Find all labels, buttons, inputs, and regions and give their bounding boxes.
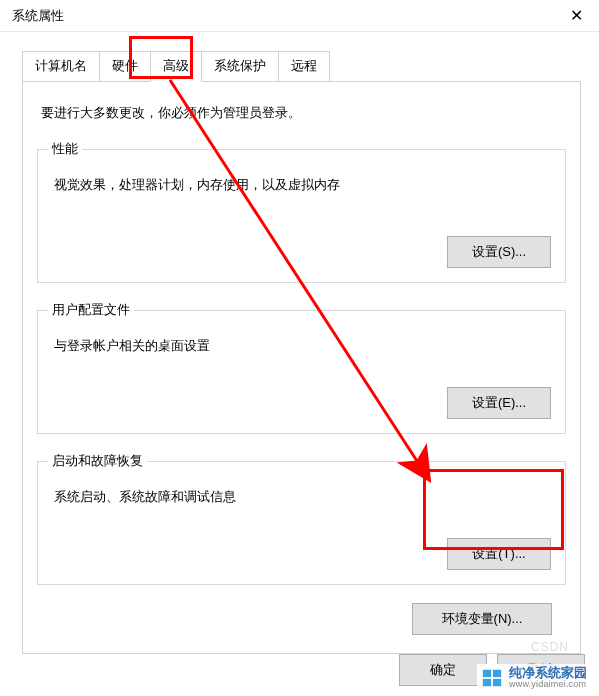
group-performance-legend: 性能: [48, 140, 82, 158]
environment-variables-button[interactable]: 环境变量(N)...: [412, 603, 552, 635]
tab-strip: 计算机名 硬件 高级 系统保护 远程: [22, 50, 581, 81]
group-performance-desc: 视觉效果，处理器计划，内存使用，以及虚拟内存: [54, 176, 551, 194]
admin-intro-text: 要进行大多数更改，你必须作为管理员登录。: [41, 104, 566, 122]
group-performance: 性能 视觉效果，处理器计划，内存使用，以及虚拟内存 设置(S)...: [37, 140, 566, 283]
watermark-logo-cn: 纯净系统家园: [509, 666, 587, 680]
watermark-csdn: CSDN: [531, 640, 569, 654]
group-user-profiles: 用户配置文件 与登录帐户相关的桌面设置 设置(E)...: [37, 301, 566, 434]
tab-computer-name[interactable]: 计算机名: [22, 51, 100, 82]
window-title: 系统属性: [12, 7, 64, 25]
profiles-settings-button[interactable]: 设置(E)...: [447, 387, 551, 419]
content-area: 计算机名 硬件 高级 系统保护 远程 要进行大多数更改，你必须作为管理员登录。 …: [0, 32, 599, 664]
tab-remote[interactable]: 远程: [278, 51, 330, 82]
logo-windows-icon: [481, 667, 503, 689]
svg-rect-2: [493, 670, 501, 677]
tab-advanced[interactable]: 高级: [150, 51, 202, 82]
group-user-profiles-desc: 与登录帐户相关的桌面设置: [54, 337, 551, 355]
performance-settings-button[interactable]: 设置(S)...: [447, 236, 551, 268]
svg-rect-4: [493, 679, 501, 686]
titlebar: 系统属性 ✕: [0, 0, 599, 32]
startup-settings-button[interactable]: 设置(T)...: [447, 538, 551, 570]
close-icon[interactable]: ✕: [561, 1, 591, 31]
watermark-logo: 纯净系统家园 www.yidaimei.com: [477, 664, 591, 692]
watermark-logo-en: www.yidaimei.com: [509, 680, 587, 690]
tab-panel-advanced: 要进行大多数更改，你必须作为管理员登录。 性能 视觉效果，处理器计划，内存使用，…: [22, 81, 581, 654]
svg-rect-1: [483, 670, 491, 677]
ok-button[interactable]: 确定: [399, 654, 487, 686]
tab-hardware[interactable]: 硬件: [99, 51, 151, 82]
group-startup-recovery: 启动和故障恢复 系统启动、系统故障和调试信息 设置(T)...: [37, 452, 566, 585]
group-startup-recovery-legend: 启动和故障恢复: [48, 452, 147, 470]
group-user-profiles-legend: 用户配置文件: [48, 301, 134, 319]
group-startup-recovery-desc: 系统启动、系统故障和调试信息: [54, 488, 551, 506]
tab-system-protection[interactable]: 系统保护: [201, 51, 279, 82]
svg-rect-3: [483, 679, 491, 686]
